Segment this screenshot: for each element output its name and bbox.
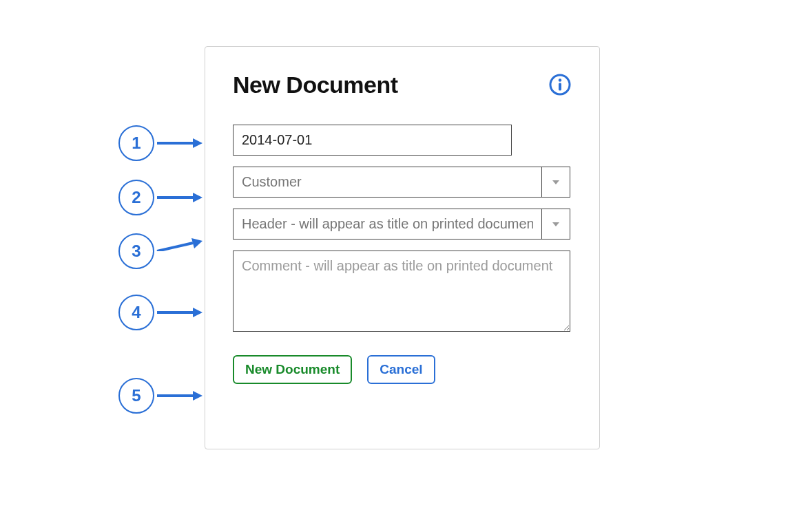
- svg-marker-1: [193, 138, 203, 148]
- customer-select-text[interactable]: [234, 167, 541, 197]
- cancel-button-label: Cancel: [380, 362, 422, 377]
- svg-marker-3: [193, 193, 203, 202]
- callout-1-label: 1: [132, 134, 141, 153]
- date-input[interactable]: [233, 125, 512, 156]
- arrow-4: [156, 306, 204, 319]
- svg-point-11: [559, 78, 561, 81]
- chevron-down-icon[interactable]: [541, 209, 570, 239]
- callout-5-label: 5: [132, 386, 141, 405]
- dialog-header: New Document: [233, 72, 572, 98]
- dialog-title: New Document: [233, 72, 398, 98]
- arrow-2: [156, 191, 204, 204]
- arrow-5: [156, 389, 204, 403]
- arrow-1: [156, 136, 204, 150]
- comment-textarea[interactable]: [233, 251, 570, 332]
- svg-marker-9: [193, 391, 203, 401]
- new-document-dialog: New Document New Document Cancel: [205, 46, 600, 449]
- comment-row: [233, 251, 572, 334]
- header-select-text[interactable]: [234, 209, 541, 239]
- callout-3-label: 3: [132, 242, 141, 261]
- svg-marker-5: [191, 238, 203, 248]
- new-document-button[interactable]: New Document: [233, 355, 352, 384]
- chevron-down-icon[interactable]: [541, 167, 570, 197]
- svg-rect-12: [559, 83, 561, 91]
- callout-4-label: 4: [132, 303, 141, 322]
- callout-1: 1: [118, 125, 154, 161]
- header-row: [233, 209, 572, 240]
- new-document-button-label: New Document: [245, 362, 340, 377]
- callout-4: 4: [118, 295, 154, 330]
- cancel-button[interactable]: Cancel: [367, 355, 435, 384]
- button-row: New Document Cancel: [233, 355, 572, 384]
- callout-2-label: 2: [132, 188, 141, 207]
- header-select[interactable]: [233, 209, 570, 240]
- customer-select[interactable]: [233, 167, 570, 198]
- callout-2: 2: [118, 180, 154, 215]
- callout-3: 3: [118, 233, 154, 269]
- callout-5: 5: [118, 378, 154, 414]
- svg-marker-7: [193, 308, 203, 317]
- arrow-3: [156, 237, 204, 251]
- info-icon[interactable]: [548, 73, 572, 96]
- date-row: [233, 125, 572, 156]
- svg-line-4: [157, 243, 193, 251]
- customer-row: [233, 167, 572, 198]
